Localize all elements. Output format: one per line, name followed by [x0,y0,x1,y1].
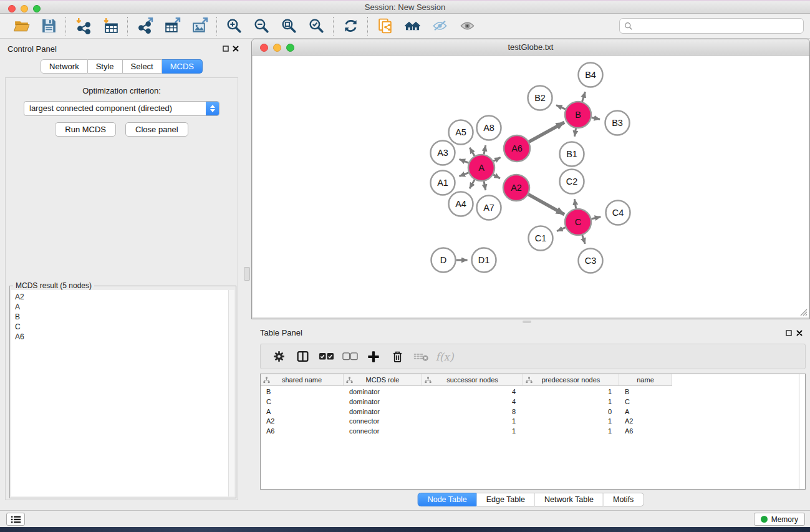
export-image-button[interactable] [186,16,213,37]
select-all-button[interactable] [314,346,338,367]
graph-node-C2[interactable]: C2 [560,170,584,194]
delete-table-button[interactable] [409,346,433,367]
export-table-button[interactable] [158,16,186,37]
export-network-button[interactable] [131,16,158,37]
minimize-traffic-light[interactable] [273,44,281,52]
zoom-traffic-light[interactable] [33,5,41,12]
result-item-a6[interactable]: A6 [11,332,234,342]
mcds-result-list[interactable]: A2ABCA6 [11,290,234,496]
column-header-shared-name[interactable]: shared name [261,374,344,386]
graph-node-A7[interactable]: A7 [477,196,501,220]
table-scrollbar[interactable] [799,374,805,489]
column-header-predecessor-nodes[interactable]: predecessor nodes [523,374,619,386]
tab-edge-table[interactable]: Edge Table [477,493,535,506]
minimize-traffic-light[interactable] [21,5,28,12]
delete-columns-button[interactable] [385,346,409,367]
splitter-handle[interactable] [523,321,531,323]
graph-edge-A2-C[interactable] [528,195,564,215]
float-panel-icon[interactable] [784,329,793,337]
graph-edge-A-A7[interactable] [484,181,486,190]
tab-node-table[interactable]: Node Table [418,493,477,506]
result-scrollbar[interactable] [228,290,234,496]
graph-node-A8[interactable]: A8 [477,116,501,140]
horizontal-splitter[interactable] [251,319,810,324]
tab-select[interactable]: Select [123,59,162,74]
show-columns-button[interactable] [291,346,314,367]
graph-node-B[interactable]: B [565,102,591,128]
graph-node-A3[interactable]: A3 [431,141,455,165]
tab-style[interactable]: Style [88,59,123,74]
graph-edge-A-A1[interactable] [460,173,469,177]
graph-edge-C-C1[interactable] [557,228,566,231]
hide-selected-button[interactable] [426,16,453,37]
tab-motifs[interactable]: Motifs [604,493,644,506]
column-header-successor-nodes[interactable]: successor nodes [422,374,523,386]
close-panel-button[interactable]: Close panel [125,122,188,137]
criterion-dropdown[interactable]: largest connected component (directed) [24,101,219,116]
new-network-from-file-button[interactable] [371,16,398,37]
close-panel-icon[interactable] [795,329,803,337]
graph-node-C[interactable]: C [565,209,591,235]
graph-edge-A6-B[interactable] [529,122,564,142]
import-table-button[interactable] [97,16,124,37]
graph-edge-B-B1[interactable] [574,128,576,137]
zoom-selected-button[interactable] [302,16,330,37]
close-traffic-light[interactable] [8,5,16,12]
run-mcds-button[interactable]: Run MCDS [55,122,116,137]
network-window-titlebar[interactable]: testGlobe.txt [252,39,809,56]
search-box[interactable] [619,18,804,34]
close-traffic-light[interactable] [260,44,268,52]
open-session-button[interactable] [7,16,35,37]
graph-node-C1[interactable]: C1 [529,226,553,251]
home-view-button[interactable] [398,16,426,37]
graph-node-A2[interactable]: A2 [503,175,529,201]
table-row-a6[interactable]: A6connector11A6 [261,427,805,437]
graph-edge-A-A5[interactable] [470,148,475,156]
zoom-out-button[interactable] [248,16,275,37]
graph-edge-C-C4[interactable] [591,217,600,219]
graph-node-A5[interactable]: A5 [449,120,473,145]
result-item-c[interactable]: C [11,322,234,332]
graph-edge-B-B4[interactable] [582,92,586,102]
table-row-b[interactable]: Bdominator41B [261,387,805,397]
tab-network[interactable]: Network [41,59,88,74]
refresh-view-button[interactable] [337,16,364,37]
result-item-b[interactable]: B [11,312,234,322]
graph-node-D[interactable]: D [432,248,456,273]
graph-edge-A-A3[interactable] [460,159,469,163]
result-item-a[interactable]: A [11,302,234,312]
zoom-fit-button[interactable] [275,16,302,37]
graph-node-D1[interactable]: D1 [472,248,496,273]
table-mode-button[interactable] [267,346,291,367]
result-item-a2[interactable]: A2 [11,290,234,302]
splitter-handle[interactable] [244,267,250,281]
show-all-button[interactable] [453,16,481,37]
table-row-c[interactable]: Cdominator41C [261,397,805,407]
graph-edge-B-B3[interactable] [592,117,600,119]
graph-edge-C-C2[interactable] [574,199,576,208]
task-history-button[interactable] [6,513,25,526]
graph-edge-B-B2[interactable] [556,105,566,110]
graph-node-A4[interactable]: A4 [449,192,473,216]
graph-edge-A-A8[interactable] [484,145,486,154]
graph-node-A1[interactable]: A1 [431,171,455,195]
tab-mcds[interactable]: MCDS [162,59,203,74]
column-header-MCDS-role[interactable]: MCDS role [344,374,422,386]
graph-node-A6[interactable]: A6 [504,135,530,162]
save-session-button[interactable] [35,16,62,37]
graph-edge-A-A6[interactable] [493,157,500,161]
create-column-button[interactable] [362,346,385,367]
graph-node-B1[interactable]: B1 [560,142,584,167]
search-input[interactable] [636,19,799,32]
zoom-in-button[interactable] [220,16,248,37]
graph-node-C4[interactable]: C4 [606,201,630,225]
table-row-a2[interactable]: A2connector11A2 [261,417,805,427]
close-panel-icon[interactable] [231,44,239,52]
table-row-a[interactable]: Adominator80A [261,407,805,417]
dropdown-stepper[interactable] [206,102,219,115]
column-header-name[interactable]: name [619,374,672,386]
network-canvas[interactable]: B4B2BB3A8A5A6A3B1AC2A1A2A4A7C4CC1DD1C3 [253,56,809,317]
tab-network-table[interactable]: Network Table [535,493,604,506]
zoom-traffic-light[interactable] [286,44,294,52]
import-network-button[interactable] [69,16,97,37]
